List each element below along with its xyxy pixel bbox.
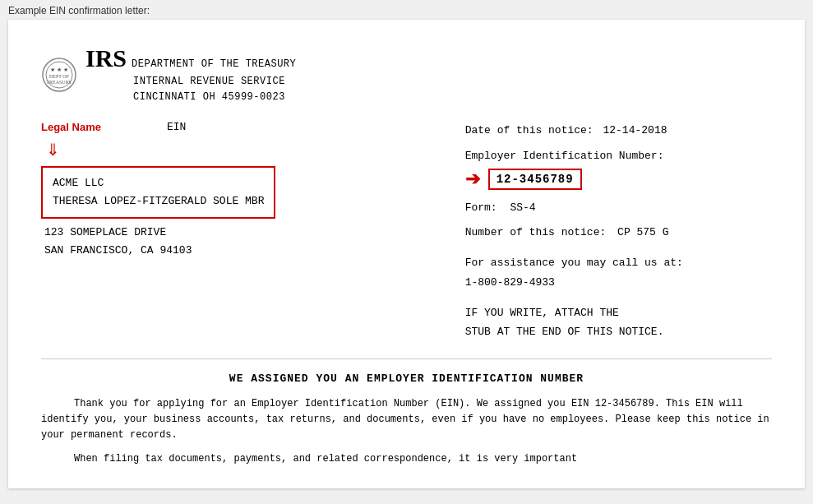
form-label: Form: [465,201,497,214]
we-assigned-title: WE ASSIGNED YOU AN EMPLOYER IDENTIFICATI… [41,372,772,385]
legal-name-label: Legal Name [41,121,101,133]
left-column: Legal Name EIN ⇓ ACME LLC THERESA LOPEZ-… [41,121,443,342]
caption: Example EIN confirmation letter: [0,0,813,20]
right-arrow-icon: ➔ [465,169,480,190]
divider-section: WE ASSIGNED YOU AN EMPLOYER IDENTIFICATI… [41,358,772,468]
ein-title-line: Employer Identification Number: [465,146,772,165]
assistance-line: For assistance you may call us at: [465,253,772,272]
irs-header: ★ ★ ★ DEPT OF TREASURY IRS DEPARTMENT OF… [41,44,772,106]
date-label: Date of this notice: [465,124,594,136]
notice-label: Number of this notice: [465,226,607,238]
document: ★ ★ ★ DEPT OF TREASURY IRS DEPARTMENT OF… [8,20,805,488]
svg-text:TREASURY: TREASURY [46,80,72,85]
notice-date-row: Date of this notice: 12-14-2018 [465,121,772,140]
write-line2: STUB AT THE END OF THIS NOTICE. [465,322,772,341]
company-line1: ACME LLC [53,174,264,192]
irs-dept-line1: DEPARTMENT OF THE TREASURY [132,57,296,72]
irs-dept-line2: INTERNAL REVENUE SERVICE [85,74,296,90]
right-column: Date of this notice: 12-14-2018 Employer… [465,121,772,342]
form-value: SS-4 [510,201,535,214]
notice-number-row: Number of this notice: CP 575 G [465,223,772,242]
company-line2: THERESA LOPEZ-FITZGERALD SOLE MBR [53,192,264,210]
write-line1: IF YOU WRITE, ATTACH THE [465,303,772,322]
ein-number-box: 12-3456789 [488,169,582,190]
address-line1: 123 SOMEPLACE DRIVE [44,224,443,242]
main-content: Legal Name EIN ⇓ ACME LLC THERESA LOPEZ-… [41,121,772,342]
irs-seal-icon: ★ ★ ★ DEPT OF TREASURY [41,57,77,93]
form-row: Form: SS-4 [465,198,772,217]
ein-inline-label: EIN [167,121,186,133]
svg-text:★ ★ ★: ★ ★ ★ [50,67,68,73]
ein-value-row: ➔ 12-3456789 [465,169,772,190]
date-value: 12-14-2018 [603,124,667,136]
irs-logo-text: IRS [85,44,127,72]
notice-value: CP 575 G [617,226,668,238]
svg-text:DEPT OF: DEPT OF [49,74,70,79]
phone-line: 1-800-829-4933 [465,273,772,292]
address-line2: SAN FRANCISCO, CA 94103 [44,242,443,260]
company-name-box: ACME LLC THERESA LOPEZ-FITZGERALD SOLE M… [41,166,275,219]
body-paragraph1: Thank you for applying for an Employer I… [41,396,772,444]
body-paragraph2: When filing tax documents, payments, and… [41,451,772,467]
address-block: 123 SOMEPLACE DRIVE SAN FRANCISCO, CA 94… [41,224,443,260]
irs-dept-line3: CINCINNATI OH 45999-0023 [85,90,296,105]
down-arrow-icon: ⇓ [46,140,443,160]
legal-name-ein-row: Legal Name EIN [41,121,443,136]
